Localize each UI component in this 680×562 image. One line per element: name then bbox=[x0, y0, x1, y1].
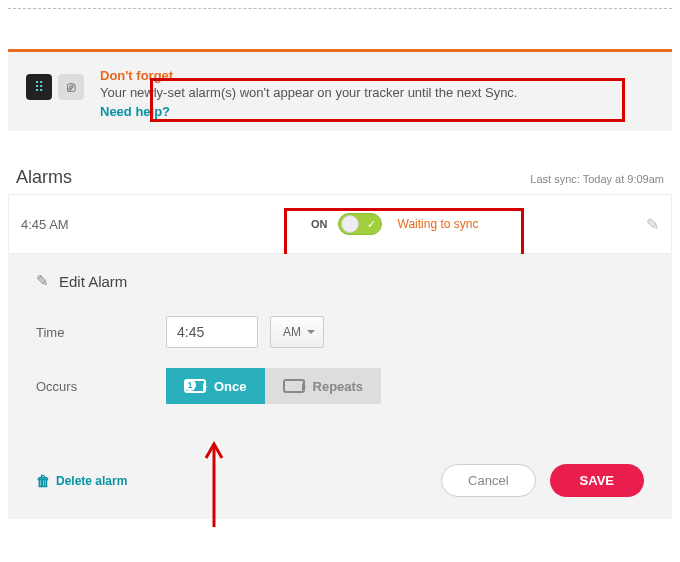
occurs-segmented: Once Repeats bbox=[166, 368, 381, 404]
edit-alarm-title: Edit Alarm bbox=[59, 273, 127, 290]
alarm-toggle[interactable]: ✓ bbox=[338, 213, 382, 235]
occurs-repeats[interactable]: Repeats bbox=[265, 368, 382, 404]
delete-label: Delete alarm bbox=[56, 474, 127, 488]
repeats-icon bbox=[283, 379, 305, 393]
time-input[interactable] bbox=[166, 316, 258, 348]
edit-icon[interactable]: ✎ bbox=[646, 215, 659, 234]
toggle-state-label: ON bbox=[311, 218, 328, 230]
delete-alarm-link[interactable]: 🗑 Delete alarm bbox=[36, 473, 127, 489]
time-label: Time bbox=[36, 325, 166, 340]
save-button[interactable]: SAVE bbox=[550, 464, 644, 497]
once-label: Once bbox=[214, 379, 247, 394]
alarm-row: 4:45 AM ON ✓ Waiting to sync ✎ bbox=[8, 194, 672, 254]
ampm-select[interactable]: AM bbox=[270, 316, 324, 348]
edit-alarm-title-row: ✎ Edit Alarm bbox=[36, 272, 644, 290]
info-message: Your newly-set alarm(s) won't appear on … bbox=[100, 85, 517, 100]
pencil-icon: ✎ bbox=[36, 272, 49, 290]
ampm-value: AM bbox=[283, 325, 301, 339]
last-sync-label: Last sync: Today at 9:09am bbox=[530, 173, 664, 185]
info-banner: ⠿ ⎚ Don't forget... Your newly-set alarm… bbox=[8, 49, 672, 131]
occurs-label: Occurs bbox=[36, 379, 166, 394]
once-icon bbox=[184, 379, 206, 393]
scale-icon: ⎚ bbox=[58, 74, 84, 100]
time-row: Time AM bbox=[36, 316, 644, 348]
divider-dashed bbox=[8, 8, 672, 9]
edit-actions-row: 🗑 Delete alarm Cancel SAVE bbox=[36, 464, 644, 497]
edit-alarm-panel: ✎ Edit Alarm Time AM Occurs Once Repeats… bbox=[8, 254, 672, 519]
cancel-button[interactable]: Cancel bbox=[441, 464, 535, 497]
check-icon: ✓ bbox=[367, 218, 376, 231]
occurs-row: Occurs Once Repeats bbox=[36, 368, 644, 404]
help-link[interactable]: Need help? bbox=[100, 104, 517, 119]
device-icons: ⠿ ⎚ bbox=[26, 74, 84, 100]
alarm-time: 4:45 AM bbox=[21, 217, 301, 232]
info-title: Don't forget... bbox=[100, 68, 517, 83]
alarms-header: Alarms bbox=[16, 167, 72, 188]
sync-status: Waiting to sync bbox=[398, 217, 479, 231]
occurs-once[interactable]: Once bbox=[166, 368, 265, 404]
repeats-label: Repeats bbox=[313, 379, 364, 394]
toggle-knob bbox=[341, 215, 359, 233]
alarms-header-row: Alarms Last sync: Today at 9:09am bbox=[0, 139, 680, 194]
trash-icon: 🗑 bbox=[36, 473, 50, 489]
tracker-icon: ⠿ bbox=[26, 74, 52, 100]
